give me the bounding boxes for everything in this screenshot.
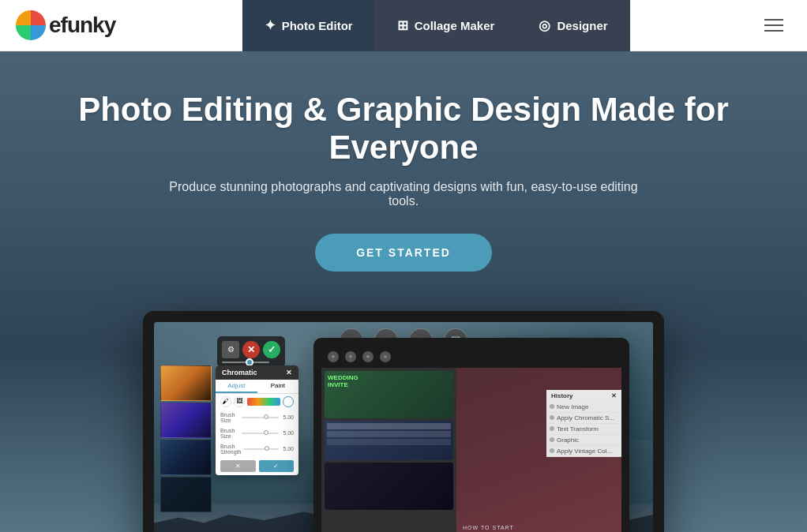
tablet-tool-bar-1 — [327, 423, 451, 429]
chromatic-header: Chromatic ✕ — [216, 365, 298, 380]
thumbnail-3 — [160, 440, 212, 475]
tablet-tool-bar-2 — [327, 431, 451, 437]
circle-icon: ◎ — [539, 17, 550, 34]
tab-collage-maker-label: Collage Maker — [415, 19, 495, 32]
tablet-card-design: WEDDINGINVITE — [325, 371, 453, 418]
chromatic-tab-adjust: Adjust — [216, 380, 257, 393]
tablet-left-panel: WEDDINGINVITE — [321, 368, 456, 532]
nav-tabs: ✦ Photo Editor ⊞ Collage Maker ◎ Designe… — [242, 0, 630, 51]
tablet-topbar: ● ● ● ● — [321, 346, 621, 368]
hamburger-line-2 — [764, 24, 783, 26]
monitor-screen: ↑ Upload ↩ Undo ↪ Redo ▣ Save — [154, 322, 653, 532]
tab-collage-maker[interactable]: ⊞ Collage Maker — [375, 0, 517, 51]
tab-designer[interactable]: ◎ Designer — [516, 0, 629, 51]
chromatic-circle-icon — [283, 396, 294, 407]
chromatic-cancel-button[interactable]: ✕ — [220, 460, 256, 472]
tablet-mockup: ● ● ● ● WEDDINGINVITE — [313, 338, 629, 532]
get-started-button[interactable]: GET STARTED — [315, 234, 492, 272]
tablet-right-panel: HOW TO START A FASHION BLOG History ✕ — [456, 368, 621, 532]
chromatic-title: Chromatic — [222, 369, 257, 377]
tablet-hist-dot-2 — [550, 415, 554, 420]
tablet-history-header: History ✕ — [546, 390, 621, 402]
tablet-history-item-3: Text Transform — [546, 424, 621, 435]
chromatic-val-1: 5.00 — [281, 414, 294, 420]
chromatic-confirm-button[interactable]: ✓ — [259, 460, 295, 472]
tablet-tools-panel — [325, 421, 453, 448]
fashion-pretitle: HOW TO START — [463, 525, 615, 530]
navbar: efunky ✦ Photo Editor ⊞ Collage Maker ◎ … — [0, 0, 807, 51]
tablet-btn-4: ● — [380, 351, 391, 362]
hero-subtitle: Produce stunning photographs and captiva… — [167, 180, 640, 208]
tablet-card-dark — [325, 463, 453, 510]
chromatic-val-2: 5.00 — [281, 430, 294, 436]
grid-icon: ⊞ — [397, 17, 408, 34]
tablet-history-title: History — [551, 392, 573, 399]
hero-section: Photo Editing & Graphic Design Made for … — [0, 51, 807, 532]
chromatic-label-brushsize2: Brush Size — [220, 428, 239, 439]
tablet-history-item-2: Apply Chromatic S... — [546, 413, 621, 424]
chromatic-thumb-2 — [264, 430, 268, 435]
thumbnail-4 — [160, 477, 212, 512]
logo[interactable]: efunky — [16, 10, 115, 40]
chromatic-slider-1 — [242, 417, 279, 418]
brush-confirm-icon: ✓ — [263, 341, 280, 358]
chromatic-slider-3 — [243, 448, 279, 450]
chromatic-thumb-3 — [265, 446, 269, 451]
logo-icon — [16, 10, 46, 40]
hamburger-line-3 — [764, 30, 783, 32]
brush-slider — [222, 362, 269, 363]
tablet-btn-3: ● — [362, 351, 373, 362]
tablet-hist-dot-5 — [550, 448, 554, 453]
tablet-design-text: WEDDINGINVITE — [325, 371, 453, 392]
logo-text: efunky — [49, 13, 115, 38]
chromatic-actions: ✕ ✓ — [216, 457, 298, 475]
tablet-card-tools — [325, 421, 453, 460]
chromatic-thumb-1 — [264, 414, 268, 419]
thumbnail-2 — [160, 403, 212, 438]
tablet-screen: ● ● ● ● WEDDINGINVITE — [321, 346, 621, 532]
tablet-history-close: ✕ — [611, 392, 617, 399]
tablet-hist-dot-1 — [550, 404, 554, 409]
hero-title: Photo Editing & Graphic Design Made for … — [48, 91, 759, 167]
hamburger-line-1 — [764, 19, 783, 21]
star-icon: ✦ — [265, 17, 276, 34]
tablet-hist-text-1: New Image — [557, 403, 588, 410]
chromatic-panel: Chromatic ✕ Adjust Paint 🖌 🖼 Brush — [216, 365, 298, 475]
chromatic-row-brush-size: Brush Size 5.00 — [216, 410, 298, 425]
brush-adjust-icon: ⚙ — [222, 341, 239, 358]
chromatic-close-icon: ✕ — [286, 369, 292, 377]
tab-photo-editor[interactable]: ✦ Photo Editor — [242, 0, 375, 51]
thumbnail-1 — [160, 365, 212, 401]
devices-mockup: ↑ Upload ↩ Undo ↪ Redo ▣ Save — [0, 311, 807, 532]
hamburger-menu[interactable] — [756, 11, 791, 39]
brush-widget: ⚙ ✕ ✓ — [217, 336, 285, 368]
chromatic-label-brushsize: Brush Size — [220, 412, 239, 423]
tablet-hist-dot-3 — [550, 426, 554, 431]
tablet-history-item-5: Apply Vintage Col... — [546, 446, 621, 457]
chromatic-image-icon: 🖼 — [234, 396, 245, 407]
tablet-tool-bar-3 — [327, 439, 451, 445]
chromatic-color-bar — [247, 398, 280, 406]
tablet-hist-text-3: Text Transform — [557, 425, 599, 433]
brush-cancel-icon: ✕ — [242, 341, 260, 358]
tablet-history-item-4: Graphic — [546, 435, 621, 446]
tablet-hist-dot-4 — [550, 437, 554, 442]
chromatic-val-3: 5.00 — [281, 446, 294, 451]
chromatic-tabs: Adjust Paint — [216, 380, 298, 394]
tablet-hist-text-4: Graphic — [557, 436, 579, 444]
chromatic-slider-2 — [242, 433, 279, 434]
desktop-monitor: ↑ Upload ↩ Undo ↪ Redo ▣ Save — [143, 311, 664, 532]
tab-designer-label: Designer — [557, 19, 607, 32]
brush-controls: ⚙ ✕ ✓ — [222, 341, 280, 358]
tablet-history-panel: History ✕ New Image Ap — [546, 390, 621, 457]
chromatic-brush-icon: 🖌 — [220, 396, 231, 407]
tablet-history-item-1: New Image — [546, 402, 621, 413]
tablet-btn-2: ● — [345, 351, 356, 362]
chromatic-tab-paint: Paint — [257, 380, 299, 393]
chromatic-row-brush-size-2: Brush Size 5.00 — [216, 425, 298, 441]
tab-photo-editor-label: Photo Editor — [282, 19, 353, 32]
chromatic-label-strength: Brush Strength — [220, 444, 241, 455]
tablet-content: WEDDINGINVITE — [321, 368, 621, 532]
thumbnail-strip — [160, 365, 212, 512]
tablet-hist-text-5: Apply Vintage Col... — [557, 448, 612, 455]
